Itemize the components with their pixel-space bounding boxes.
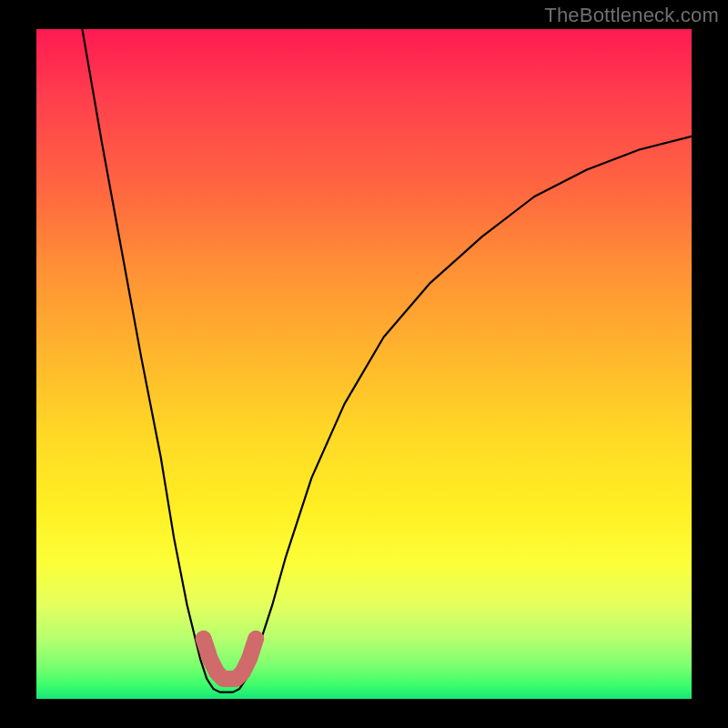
- plot-area: [36, 29, 692, 699]
- chart-frame: TheBottleneck.com: [0, 0, 728, 728]
- bottleneck-curve: [82, 29, 692, 693]
- chart-svg: [36, 29, 692, 699]
- bottleneck-minimum-highlight: [204, 639, 257, 679]
- watermark-text: TheBottleneck.com: [544, 4, 719, 27]
